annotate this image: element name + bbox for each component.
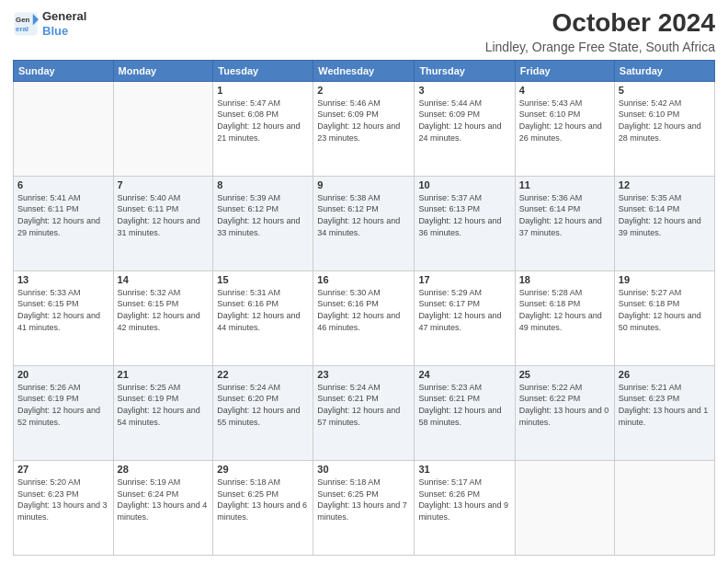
day-number: 27	[17, 464, 109, 475]
day-info: Sunrise: 5:22 AM Sunset: 6:22 PM Dayligh…	[519, 382, 610, 428]
day-number: 2	[317, 85, 410, 96]
table-row: 1Sunrise: 5:47 AM Sunset: 6:08 PM Daylig…	[213, 81, 313, 176]
day-info: Sunrise: 5:21 AM Sunset: 6:23 PM Dayligh…	[619, 382, 711, 428]
day-number: 18	[519, 274, 610, 285]
subtitle: Lindley, Orange Free State, South Africa	[485, 40, 715, 54]
day-info: Sunrise: 5:43 AM Sunset: 6:10 PM Dayligh…	[519, 98, 610, 144]
logo-icon: Gen eral	[13, 11, 39, 37]
day-number: 22	[217, 369, 309, 380]
table-row: 29Sunrise: 5:18 AM Sunset: 6:25 PM Dayli…	[213, 460, 313, 555]
table-row	[14, 81, 114, 176]
table-row: 13Sunrise: 5:33 AM Sunset: 6:15 PM Dayli…	[14, 270, 114, 365]
table-row: 14Sunrise: 5:32 AM Sunset: 6:15 PM Dayli…	[113, 270, 213, 365]
day-info: Sunrise: 5:42 AM Sunset: 6:10 PM Dayligh…	[619, 98, 711, 144]
table-row: 30Sunrise: 5:18 AM Sunset: 6:25 PM Dayli…	[313, 460, 415, 555]
table-row: 6Sunrise: 5:41 AM Sunset: 6:11 PM Daylig…	[14, 176, 114, 270]
day-info: Sunrise: 5:28 AM Sunset: 6:18 PM Dayligh…	[519, 287, 610, 333]
table-row: 12Sunrise: 5:35 AM Sunset: 6:14 PM Dayli…	[614, 176, 714, 270]
day-info: Sunrise: 5:31 AM Sunset: 6:16 PM Dayligh…	[217, 287, 309, 333]
day-info: Sunrise: 5:33 AM Sunset: 6:15 PM Dayligh…	[17, 287, 109, 333]
col-saturday: Saturday	[614, 60, 714, 81]
day-info: Sunrise: 5:23 AM Sunset: 6:21 PM Dayligh…	[418, 382, 510, 428]
table-row: 25Sunrise: 5:22 AM Sunset: 6:22 PM Dayli…	[515, 365, 614, 460]
calendar-week-row: 6Sunrise: 5:41 AM Sunset: 6:11 PM Daylig…	[14, 176, 715, 270]
day-number: 16	[317, 274, 410, 285]
svg-text:Gen: Gen	[16, 16, 29, 24]
table-row: 27Sunrise: 5:20 AM Sunset: 6:23 PM Dayli…	[14, 460, 114, 555]
table-row: 31Sunrise: 5:17 AM Sunset: 6:26 PM Dayli…	[415, 460, 515, 555]
day-number: 28	[118, 464, 210, 475]
table-row	[515, 460, 614, 555]
calendar-table: Sunday Monday Tuesday Wednesday Thursday…	[13, 60, 715, 556]
day-info: Sunrise: 5:18 AM Sunset: 6:25 PM Dayligh…	[317, 477, 410, 523]
table-row: 16Sunrise: 5:30 AM Sunset: 6:16 PM Dayli…	[313, 270, 415, 365]
day-number: 29	[217, 464, 309, 475]
col-monday: Monday	[113, 60, 213, 81]
day-number: 11	[519, 179, 610, 190]
table-row: 3Sunrise: 5:44 AM Sunset: 6:09 PM Daylig…	[415, 81, 515, 176]
table-row: 22Sunrise: 5:24 AM Sunset: 6:20 PM Dayli…	[213, 365, 313, 460]
calendar-header-row: Sunday Monday Tuesday Wednesday Thursday…	[14, 60, 715, 81]
day-number: 25	[519, 369, 610, 380]
table-row: 10Sunrise: 5:37 AM Sunset: 6:13 PM Dayli…	[415, 176, 515, 270]
day-info: Sunrise: 5:37 AM Sunset: 6:13 PM Dayligh…	[418, 192, 510, 238]
col-wednesday: Wednesday	[313, 60, 415, 81]
day-number: 17	[418, 274, 510, 285]
svg-text:eral: eral	[16, 24, 28, 32]
day-info: Sunrise: 5:17 AM Sunset: 6:26 PM Dayligh…	[418, 477, 510, 523]
day-number: 4	[519, 85, 610, 96]
day-info: Sunrise: 5:38 AM Sunset: 6:12 PM Dayligh…	[317, 192, 410, 238]
table-row: 5Sunrise: 5:42 AM Sunset: 6:10 PM Daylig…	[614, 81, 714, 176]
day-info: Sunrise: 5:25 AM Sunset: 6:19 PM Dayligh…	[118, 382, 210, 428]
table-row: 4Sunrise: 5:43 AM Sunset: 6:10 PM Daylig…	[515, 81, 614, 176]
day-number: 6	[17, 179, 109, 190]
day-number: 14	[118, 274, 210, 285]
day-number: 31	[418, 464, 510, 475]
table-row: 20Sunrise: 5:26 AM Sunset: 6:19 PM Dayli…	[14, 365, 114, 460]
day-info: Sunrise: 5:46 AM Sunset: 6:09 PM Dayligh…	[317, 98, 410, 144]
logo: Gen eral General Blue	[13, 9, 86, 38]
table-row: 15Sunrise: 5:31 AM Sunset: 6:16 PM Dayli…	[213, 270, 313, 365]
table-row: 8Sunrise: 5:39 AM Sunset: 6:12 PM Daylig…	[213, 176, 313, 270]
table-row	[614, 460, 714, 555]
table-row: 9Sunrise: 5:38 AM Sunset: 6:12 PM Daylig…	[313, 176, 415, 270]
day-info: Sunrise: 5:41 AM Sunset: 6:11 PM Dayligh…	[17, 192, 109, 238]
day-info: Sunrise: 5:35 AM Sunset: 6:14 PM Dayligh…	[619, 192, 711, 238]
day-number: 13	[17, 274, 109, 285]
day-info: Sunrise: 5:24 AM Sunset: 6:21 PM Dayligh…	[317, 382, 410, 428]
table-row: 19Sunrise: 5:27 AM Sunset: 6:18 PM Dayli…	[614, 270, 714, 365]
day-number: 9	[317, 179, 410, 190]
day-info: Sunrise: 5:30 AM Sunset: 6:16 PM Dayligh…	[317, 287, 410, 333]
day-number: 26	[619, 369, 711, 380]
calendar-week-row: 13Sunrise: 5:33 AM Sunset: 6:15 PM Dayli…	[14, 270, 715, 365]
col-friday: Friday	[515, 60, 614, 81]
title-block: October 2024 Lindley, Orange Free State,…	[485, 9, 715, 54]
day-info: Sunrise: 5:44 AM Sunset: 6:09 PM Dayligh…	[418, 98, 510, 144]
day-number: 21	[118, 369, 210, 380]
day-info: Sunrise: 5:26 AM Sunset: 6:19 PM Dayligh…	[17, 382, 109, 428]
table-row: 21Sunrise: 5:25 AM Sunset: 6:19 PM Dayli…	[113, 365, 213, 460]
day-info: Sunrise: 5:40 AM Sunset: 6:11 PM Dayligh…	[118, 192, 210, 238]
day-number: 7	[118, 179, 210, 190]
main-title: October 2024	[485, 9, 715, 38]
page: Gen eral General Blue October 2024 Lindl…	[0, 0, 728, 563]
day-info: Sunrise: 5:24 AM Sunset: 6:20 PM Dayligh…	[217, 382, 309, 428]
table-row: 23Sunrise: 5:24 AM Sunset: 6:21 PM Dayli…	[313, 365, 415, 460]
day-info: Sunrise: 5:36 AM Sunset: 6:14 PM Dayligh…	[519, 192, 610, 238]
day-number: 10	[418, 179, 510, 190]
day-number: 20	[17, 369, 109, 380]
day-number: 19	[619, 274, 711, 285]
calendar-week-row: 20Sunrise: 5:26 AM Sunset: 6:19 PM Dayli…	[14, 365, 715, 460]
table-row: 24Sunrise: 5:23 AM Sunset: 6:21 PM Dayli…	[415, 365, 515, 460]
day-info: Sunrise: 5:19 AM Sunset: 6:24 PM Dayligh…	[118, 477, 210, 523]
day-info: Sunrise: 5:18 AM Sunset: 6:25 PM Dayligh…	[217, 477, 309, 523]
col-tuesday: Tuesday	[213, 60, 313, 81]
day-info: Sunrise: 5:47 AM Sunset: 6:08 PM Dayligh…	[217, 98, 309, 144]
logo-text: General Blue	[42, 9, 86, 38]
day-info: Sunrise: 5:29 AM Sunset: 6:17 PM Dayligh…	[418, 287, 510, 333]
col-sunday: Sunday	[14, 60, 114, 81]
day-number: 1	[217, 85, 309, 96]
table-row	[113, 81, 213, 176]
day-number: 15	[217, 274, 309, 285]
day-info: Sunrise: 5:27 AM Sunset: 6:18 PM Dayligh…	[619, 287, 711, 333]
